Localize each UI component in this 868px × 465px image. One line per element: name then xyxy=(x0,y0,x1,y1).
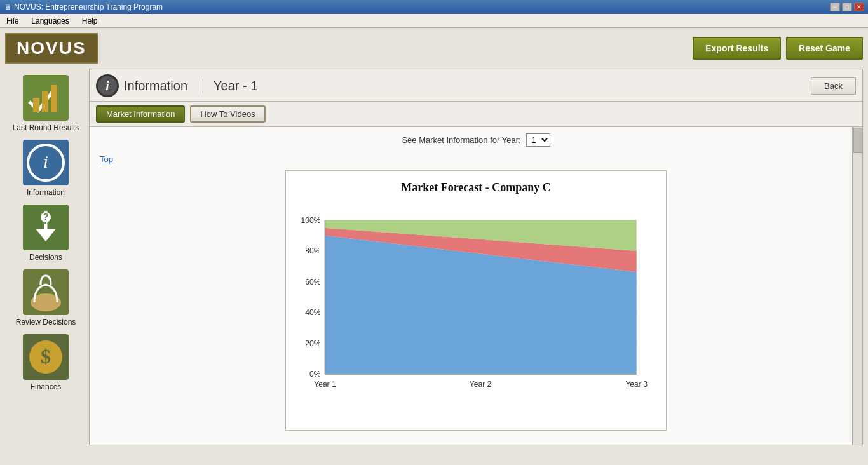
chart-container: Market Forecast - Company C 100% 80% 60%… xyxy=(285,170,667,431)
year-selector-label: See Market Information for Year: xyxy=(402,135,520,145)
panel-info-icon: i xyxy=(96,74,119,97)
market-forecast-chart: 100% 80% 60% 40% 20% 0% xyxy=(296,202,656,418)
svg-text:?: ? xyxy=(43,212,49,222)
year-selector-dropdown[interactable]: 1 2 3 xyxy=(526,133,550,147)
svg-rect-3 xyxy=(51,85,57,112)
svg-text:100%: 100% xyxy=(301,216,320,225)
sidebar-label-finances: Finances xyxy=(31,382,62,391)
menu-bar: File Languages Help xyxy=(0,14,868,28)
panel-title: Information xyxy=(124,79,187,93)
sidebar-label-last-round: Last Round Results xyxy=(13,123,79,132)
svg-text:20%: 20% xyxy=(305,339,320,348)
year-selector-bar: See Market Information for Year: 1 2 3 xyxy=(100,133,852,147)
app-container: NOVUS Export Results Reset Game Last Ro xyxy=(0,28,868,465)
year-label: Year - 1 xyxy=(203,79,257,93)
tab-how-to-videos[interactable]: How To Videos xyxy=(190,105,265,123)
sidebar-item-finances[interactable]: $ Finances xyxy=(5,330,86,395)
panel-header-left: i Information Year - 1 xyxy=(96,74,257,97)
menu-file[interactable]: File xyxy=(4,15,21,27)
finances-icon: $ xyxy=(23,334,69,380)
svg-text:Year 1: Year 1 xyxy=(314,380,336,389)
top-link[interactable]: Top xyxy=(100,154,852,164)
decisions-icon: ? ? xyxy=(23,205,69,250)
content-area: Last Round Results i Information ? xyxy=(5,69,863,445)
chart-title: Market Forecast - Company C xyxy=(296,181,656,194)
svg-text:40%: 40% xyxy=(305,308,320,317)
panel-header: i Information Year - 1 Back xyxy=(90,69,862,102)
tab-bar: Market Information How To Videos xyxy=(90,102,862,127)
info-circle-icon: i xyxy=(23,140,69,185)
top-bar: NOVUS Export Results Reset Game xyxy=(5,33,863,64)
svg-text:Year 3: Year 3 xyxy=(625,380,648,389)
chart-icon xyxy=(23,75,69,121)
minimize-btn[interactable]: ─ xyxy=(830,3,840,11)
novus-logo: NOVUS xyxy=(5,33,98,64)
svg-text:i: i xyxy=(43,152,48,172)
maximize-btn[interactable]: □ xyxy=(842,3,852,11)
svg-rect-2 xyxy=(42,91,48,112)
sidebar-label-information: Information xyxy=(27,188,65,197)
reset-game-button[interactable]: Reset Game xyxy=(786,37,863,60)
sidebar-label-decisions: Decisions xyxy=(29,253,62,262)
sidebar-item-review-decisions[interactable]: Review Decisions xyxy=(5,266,86,330)
export-results-button[interactable]: Export Results xyxy=(693,37,781,60)
svg-text:80%: 80% xyxy=(305,246,320,255)
sidebar: Last Round Results i Information ? xyxy=(5,69,86,445)
menu-help[interactable]: Help xyxy=(79,15,100,27)
sidebar-label-review-decisions: Review Decisions xyxy=(16,318,76,327)
info-icon-letter: i xyxy=(105,79,109,93)
menu-languages[interactable]: Languages xyxy=(29,15,71,27)
svg-text:Year 2: Year 2 xyxy=(470,380,492,389)
title-bar-left: 🖥 NOVUS: Entrepreneurship Traning Progra… xyxy=(4,3,163,11)
window-title: NOVUS: Entrepreneurship Traning Program xyxy=(14,3,163,11)
svg-rect-1 xyxy=(33,98,39,112)
svg-text:60%: 60% xyxy=(305,278,320,286)
scrollbar[interactable] xyxy=(852,127,862,445)
app-icon: 🖥 xyxy=(4,3,11,11)
top-buttons: Export Results Reset Game xyxy=(693,37,863,60)
panel-content: See Market Information for Year: 1 2 3 T… xyxy=(90,127,862,445)
main-panel: i Information Year - 1 Back Market Infor… xyxy=(89,69,863,445)
sidebar-item-information[interactable]: i Information xyxy=(5,136,86,201)
sidebar-item-decisions[interactable]: ? ? Decisions xyxy=(5,201,86,266)
close-btn[interactable]: ✕ xyxy=(854,3,864,11)
title-bar-controls[interactable]: ─ □ ✕ xyxy=(830,3,864,11)
svg-text:$: $ xyxy=(41,345,51,368)
svg-text:0%: 0% xyxy=(309,370,321,379)
back-button[interactable]: Back xyxy=(811,78,856,95)
tab-market-information[interactable]: Market Information xyxy=(96,105,185,123)
title-bar: 🖥 NOVUS: Entrepreneurship Traning Progra… xyxy=(0,0,868,14)
sidebar-item-last-round[interactable]: Last Round Results xyxy=(5,71,86,136)
review-icon xyxy=(23,269,69,315)
scroll-thumb[interactable] xyxy=(853,128,862,153)
